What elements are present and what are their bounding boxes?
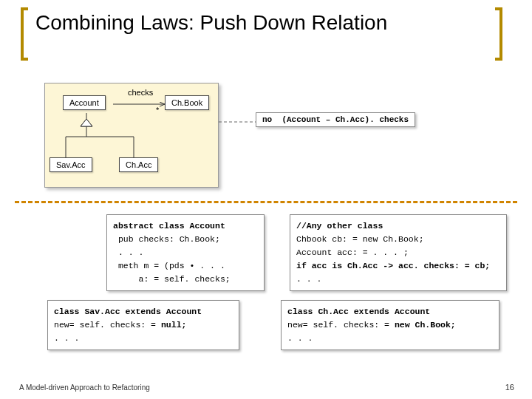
code-line: null;: [161, 320, 187, 330]
divider: [15, 201, 517, 203]
uml-diagram: Account Ch.Book checks * Sav.Acc Ch.Acc: [44, 83, 219, 188]
code-line: . . .: [113, 246, 258, 259]
footer-text: A Model-driven Approach to Refactoring: [19, 383, 150, 392]
code-line: class Ch.Acc extends Account: [287, 307, 430, 316]
code-savacc: class Sav.Acc extends Account new= self.…: [47, 300, 239, 350]
code-line: . . .: [296, 273, 500, 286]
svg-marker-1: [81, 119, 92, 126]
code-line: . . .: [287, 332, 493, 345]
code-chacc: class Ch.Acc extends Account new= self. …: [281, 300, 499, 350]
uml-class-savacc: Sav.Acc: [50, 157, 92, 172]
constraint-note: no (Account – Ch.Acc). checks: [256, 112, 415, 127]
slide-title: Combining Laws: Push Down Relation: [25, 10, 498, 35]
left-bracket-icon: [21, 7, 28, 61]
uml-class-chacc: Ch.Acc: [119, 157, 158, 172]
code-line: //Any other class: [296, 221, 383, 231]
note-connector: [219, 117, 259, 127]
code-line: new Ch.Book;: [395, 320, 456, 330]
constraint-text: no (Account – Ch.Acc). checks: [262, 115, 409, 124]
code-line: if acc is Ch.Acc -> acc. checks: = cb;: [296, 261, 490, 270]
code-line: new= self. checks: =: [54, 320, 161, 330]
page-number: 16: [505, 383, 514, 392]
code-abstract-account: abstract class Account pub checks: Ch.Bo…: [106, 214, 265, 291]
code-line: Chbook cb: = new Ch.Book;: [296, 233, 500, 246]
assoc-mult-star: *: [156, 106, 159, 115]
code-any-other-class: //Any other class Chbook cb: = new Ch.Bo…: [290, 214, 507, 291]
right-bracket-icon: [495, 7, 502, 61]
uml-class-account: Account: [63, 95, 106, 110]
title-bar: Combining Laws: Push Down Relation: [25, 10, 498, 35]
assoc-label-checks: checks: [128, 88, 153, 97]
code-line: new= self. checks: =: [287, 320, 395, 330]
code-line: meth m = (pds • . . .: [113, 259, 258, 273]
code-line: pub checks: Ch.Book;: [113, 233, 258, 246]
code-line: a: = self. checks;: [113, 273, 258, 286]
code-line: Account acc: = . . . ;: [296, 246, 500, 259]
code-line: . . .: [54, 332, 233, 345]
uml-class-chbook: Ch.Book: [165, 95, 209, 110]
code-line: abstract class Account: [113, 221, 225, 231]
code-line: class Sav.Acc extends Account: [54, 307, 202, 316]
